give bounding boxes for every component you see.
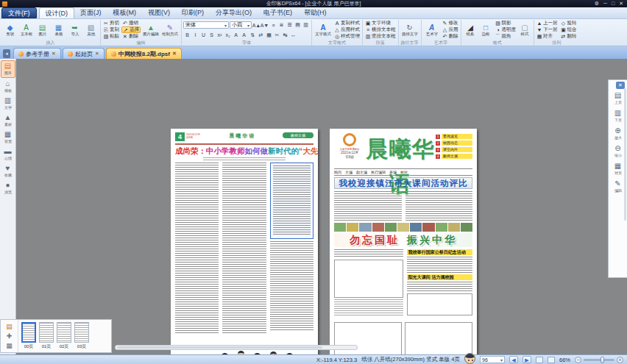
- char-format-button[interactable]: I: [191, 32, 199, 38]
- format-option-button[interactable]: ▨ 阴影: [495, 20, 517, 26]
- char-format-button[interactable]: S: [208, 32, 216, 38]
- page-manage-icon[interactable]: ▤: [6, 323, 13, 330]
- ribbon-tab[interactable]: 设计(D): [39, 7, 75, 18]
- path-text-button[interactable]: ↻ 路径文字: [400, 20, 419, 40]
- arrange-button[interactable]: ⇄ 翻转: [560, 33, 578, 40]
- align-button[interactable]: ▥: [302, 22, 310, 29]
- left-toolbar-item[interactable]: ♥ 收藏: [1, 163, 15, 179]
- ribbon-small-button[interactable]: ✂ 剪切: [102, 20, 120, 26]
- align-button[interactable]: ▤: [294, 22, 302, 29]
- paragraph-button[interactable]: ✂: [273, 32, 281, 38]
- left-toolbar-item[interactable]: ▲ 素材: [1, 113, 15, 129]
- char-format-button[interactable]: U: [199, 32, 208, 38]
- style-button[interactable]: A 复制样式: [333, 20, 361, 26]
- zoom-slider[interactable]: [584, 359, 614, 361]
- paragraph-button[interactable]: ⇅: [249, 32, 257, 38]
- format-button[interactable]: ◢ 线条: [463, 20, 478, 40]
- wordart-button[interactable]: A 艺术字: [423, 20, 441, 40]
- right-toolbar-item[interactable]: ✎ 编辑: [614, 179, 623, 194]
- paragraph-option-button[interactable]: ▣ 文字环绕: [364, 20, 397, 26]
- minimize-button[interactable]: ─: [603, 0, 607, 7]
- document-tab[interactable]: 参考手册 ✕: [13, 48, 61, 59]
- ribbon-tab[interactable]: 模板(M): [107, 7, 143, 18]
- wordart-option-button[interactable]: △ 应用: [442, 26, 459, 33]
- tab-file[interactable]: 文件(F): [1, 7, 37, 18]
- canvas-workspace[interactable]: ▤ 图库 ⌂ 模板 ▥ 文字 ▲ 素材 ▦ 背景: [0, 59, 627, 354]
- left-toolbar-item[interactable]: ● 浏览: [1, 180, 15, 196]
- ribbon-button[interactable]: ▤ 图片: [35, 20, 50, 40]
- ribbon-button[interactable]: ✎ 绘制方式: [160, 20, 180, 40]
- align-button[interactable]: ☰: [286, 22, 294, 29]
- ribbon-small-button[interactable]: ✕ 删除: [121, 33, 141, 40]
- document-tab[interactable]: 中网校报8.2期.dpsf ✕: [106, 48, 182, 59]
- char-format-button[interactable]: A: [232, 32, 240, 38]
- text-format-button[interactable]: A 文字格式: [314, 20, 333, 40]
- wordart-option-button[interactable]: ✎ 修改: [442, 20, 459, 26]
- zoom-in-button[interactable]: +: [617, 357, 623, 363]
- zoom-slider-knob[interactable]: [601, 357, 604, 363]
- ribbon-tab[interactable]: 页面(J): [74, 7, 107, 18]
- font-name-select[interactable]: 宋体▾: [183, 21, 229, 29]
- ribbon-tab[interactable]: 视图(V): [142, 7, 176, 18]
- close-panel-button[interactable]: ✕: [616, 82, 625, 89]
- newspaper-page-1[interactable]: 大港中学附属学校 2021年12月 第8期 晨曦华语 1 要闻速览 2 校园动态: [330, 129, 477, 364]
- assistant-mascot[interactable]: [464, 353, 475, 364]
- paragraph-button[interactable]: ⇄: [257, 32, 265, 38]
- page-thumbnail[interactable]: 03页: [74, 322, 89, 350]
- left-toolbar-item[interactable]: ▥ 文字: [1, 96, 15, 112]
- grid-view-icon[interactable]: ▦: [6, 342, 13, 349]
- close-tab-icon[interactable]: ✕: [172, 51, 177, 57]
- ribbon-small-button[interactable]: ▨ 粘贴: [102, 33, 120, 40]
- ribbon-tab[interactable]: 帮助(H): [298, 7, 333, 18]
- ribbon-button[interactable]: ▧ 其他: [83, 20, 99, 40]
- left-toolbar-item[interactable]: ⌂ 模板: [1, 79, 15, 95]
- style-gallery-button[interactable]: ▢ 样式: [517, 20, 532, 40]
- paragraph-button[interactable]: ↹: [281, 32, 289, 38]
- single-page-view-button[interactable]: [536, 357, 543, 363]
- collapse-ribbon-button[interactable]: ◂: [3, 49, 10, 58]
- right-toolbar-item[interactable]: ⊖ 缩小: [614, 144, 623, 159]
- char-format-button[interactable]: x²: [216, 32, 224, 38]
- arrange-button[interactable]: ▣ 组合: [560, 26, 578, 33]
- right-toolbar-item[interactable]: ▥ 下页: [614, 109, 623, 124]
- ribbon-small-button[interactable]: ➚ 选择: [121, 26, 141, 33]
- format-button[interactable]: □ 边框: [478, 20, 494, 40]
- align-button[interactable]: ≣: [277, 22, 286, 29]
- arrange-button[interactable]: ◇ 旋转: [560, 20, 578, 26]
- ribbon-tab[interactable]: 分享导出(O): [210, 7, 258, 18]
- align-button[interactable]: ≡: [269, 22, 277, 29]
- close-button[interactable]: ✕: [619, 0, 623, 7]
- char-format-button[interactable]: A: [240, 32, 248, 38]
- left-toolbar-item[interactable]: ▦ 背景: [1, 129, 15, 146]
- style-button[interactable]: △ 应用样式: [333, 26, 361, 33]
- right-toolbar-item[interactable]: ▦ 对页: [614, 162, 623, 176]
- maximize-button[interactable]: □: [612, 0, 614, 7]
- page-thumbnail[interactable]: 01页: [39, 322, 54, 350]
- paragraph-button[interactable]: ▦: [265, 32, 273, 38]
- arrange-button[interactable]: ▦ 对齐: [536, 33, 559, 40]
- ribbon-button[interactable]: A 文本框: [18, 20, 34, 40]
- ribbon-button[interactable]: ◆ 形状: [2, 20, 18, 40]
- vertical-scrollbar[interactable]: [624, 88, 626, 221]
- next-page-button[interactable]: ▶: [522, 356, 531, 363]
- arrange-button[interactable]: ▲ 上一层: [536, 20, 559, 26]
- ribbon-button[interactable]: ➥ 导入: [67, 20, 82, 40]
- spread-view-button[interactable]: [548, 357, 555, 363]
- ribbon-button[interactable]: ▲ 图片编辑: [141, 20, 160, 40]
- add-page-icon[interactable]: ✚: [7, 332, 13, 340]
- ribbon-tab[interactable]: 印刷(P): [176, 7, 210, 18]
- format-option-button[interactable]: ⌒ 圆角: [495, 33, 517, 40]
- right-toolbar-item[interactable]: ⊕ 放大: [614, 126, 623, 141]
- right-toolbar-item[interactable]: ▤ 上页: [614, 91, 623, 106]
- zoom-combo[interactable]: 96 ▾: [480, 356, 505, 363]
- char-format-button[interactable]: B: [183, 32, 191, 38]
- ribbon-tab[interactable]: 电子书(E): [258, 7, 298, 18]
- wordart-option-button[interactable]: ↶ 删除: [442, 33, 459, 40]
- paragraph-option-button[interactable]: ≡ 横排文本框: [364, 26, 397, 33]
- page-thumbnail[interactable]: 00页: [21, 322, 36, 350]
- style-button[interactable]: ◎ 样式管理: [333, 33, 361, 40]
- font-size-button[interactable]: A▼: [261, 22, 269, 29]
- arrange-button[interactable]: ▼ 下一层: [536, 26, 559, 33]
- prev-page-button[interactable]: ◀: [509, 356, 518, 363]
- page-thumbnail[interactable]: 02页: [57, 322, 71, 350]
